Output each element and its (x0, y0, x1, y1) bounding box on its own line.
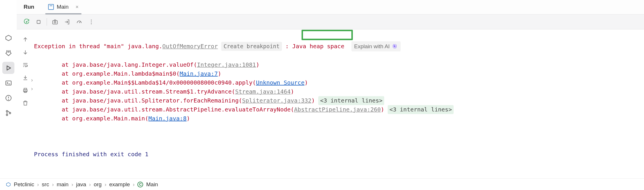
stack-frame-tail: ) (187, 115, 190, 122)
stack-frame-text: at java.base/java.util.stream.AbstractPi… (34, 106, 294, 113)
svg-rect-1 (53, 21, 58, 24)
stack-frame-tail: ) (311, 97, 318, 104)
stack-frame: at org.example.Main.lambda$main$0(Main.j… (34, 69, 638, 78)
stack-frame: at java.base/java.lang.Integer.valueOf(I… (34, 60, 638, 69)
stack-frame-tail: ) (256, 61, 260, 68)
services-tool-button[interactable] (2, 32, 14, 44)
tab-run[interactable]: Run (17, 0, 41, 14)
git-tool-button[interactable] (2, 107, 14, 119)
stack-frame: at java.base/java.util.stream.Stream$1.t… (34, 87, 638, 96)
blank-line (34, 132, 638, 141)
stack-frame-source-link[interactable]: Unknown Source (256, 79, 305, 86)
breadcrumb-item[interactable]: Main (146, 181, 158, 188)
breadcrumb: Petclinic › src › main › java › org › ex… (0, 178, 644, 190)
stack-frame-source-link[interactable]: Integer.java:1081 (197, 61, 256, 68)
close-icon[interactable]: × (75, 4, 79, 10)
stack-frame-source-link[interactable]: Spliterator.java:332 (242, 97, 311, 104)
svg-point-13 (9, 112, 11, 113)
print-button[interactable] (20, 85, 31, 95)
stack-frame-tail: ) (291, 88, 294, 95)
breadcrumb-item[interactable]: src (42, 181, 49, 188)
chevron-right-icon: › (133, 181, 135, 188)
stack-frame-tail: ) (218, 70, 221, 77)
stack-frame-text: at org.example.Main$$Lambda$14/0x0000000… (34, 79, 256, 86)
exception-class-link[interactable]: OutOfMemoryError (162, 43, 218, 50)
svg-rect-8 (6, 81, 11, 85)
stack-frame-text: at org.example.Main.main( (34, 115, 148, 122)
create-breakpoint-button[interactable]: Create breakpoint (221, 42, 282, 51)
breadcrumb-item[interactable]: example (109, 181, 130, 188)
snapshot-button[interactable] (49, 16, 61, 28)
run-tool-button[interactable] (2, 62, 14, 74)
clear-all-button[interactable] (20, 98, 31, 108)
svg-marker-7 (7, 66, 10, 70)
breadcrumb-item[interactable]: java (76, 181, 86, 188)
chevron-right-icon: › (105, 181, 106, 188)
stack-frame-tail: ) (381, 106, 388, 113)
soft-wrap-button[interactable] (20, 60, 31, 70)
down-stack-button[interactable] (20, 47, 31, 57)
chevron-right-icon: › (89, 181, 91, 188)
svg-marker-16 (6, 182, 10, 187)
run-toolbar (17, 14, 644, 29)
breadcrumb-item[interactable]: Petclinic (14, 181, 34, 188)
exception-header: Exception in thread "main" java.lang.Out… (34, 41, 638, 51)
tab-run-config-label: Main (57, 4, 69, 10)
internal-lines-pill[interactable]: <3 internal lines> (388, 105, 454, 114)
svg-rect-0 (37, 20, 40, 23)
explain-with-ai-label: Explain with AI (354, 42, 390, 51)
svg-point-2 (54, 21, 56, 23)
stack-frame-text: at org.example.Main.lambda$main$0( (34, 70, 180, 77)
tab-run-config[interactable]: Main × (41, 0, 86, 14)
stack-frame: at org.example.Main.main(Main.java:8) (34, 114, 638, 123)
stack-frame: at java.base/java.util.stream.AbstractPi… (34, 105, 638, 114)
run-config-icon (48, 4, 54, 10)
svg-point-12 (6, 114, 7, 116)
build-tool-button[interactable] (2, 47, 14, 59)
ai-spiral-icon: ֍ (392, 42, 398, 51)
process-exit-line: Process finished with exit code 1 (34, 150, 638, 159)
toolbar-separator (47, 18, 47, 26)
terminal-tool-button[interactable] (2, 77, 14, 89)
rerun-button[interactable] (21, 16, 32, 28)
stack-frame: at org.example.Main$$Lambda$14/0x0000000… (34, 78, 638, 87)
tab-run-label: Run (24, 4, 34, 10)
chevron-right-icon: › (52, 181, 54, 188)
stack-frame-source-link[interactable]: Main.java:7 (180, 70, 218, 77)
module-hexagon-icon (6, 182, 11, 187)
stack-frame-text: at java.base/java.util.stream.Stream$1.t… (34, 88, 235, 95)
breadcrumb-item[interactable]: org (94, 181, 101, 188)
stack-frame-source-link[interactable]: Stream.java:1464 (235, 88, 291, 95)
svg-point-3 (91, 20, 92, 21)
stop-button[interactable] (33, 16, 44, 28)
internal-lines-pill[interactable]: <3 internal lines> (318, 96, 384, 105)
stack-frame-tail: ) (304, 79, 308, 86)
svg-point-4 (91, 21, 92, 22)
stack-frame-text: at java.base/java.lang.Integer.valueOf( (34, 61, 197, 68)
class-circle-icon: C (137, 182, 143, 187)
problems-tool-button[interactable] (2, 92, 14, 104)
chevron-right-icon: › (37, 181, 39, 188)
exception-suffix: : Java heap space (282, 43, 344, 50)
chevron-right-icon: › (71, 181, 73, 188)
breadcrumb-item[interactable]: main (57, 181, 69, 188)
run-tool-tab-strip: Run Main × (17, 0, 644, 14)
stack-frame-text: at java.base/java.util.Spliterator.forEa… (34, 97, 242, 104)
svg-point-11 (6, 110, 7, 112)
scroll-to-end-button[interactable] (20, 73, 31, 83)
svg-point-10 (8, 99, 8, 100)
stack-frame-source-link[interactable]: AbstractPipeline.java:260 (294, 106, 381, 113)
console-output[interactable]: Exception in thread "main" java.lang.Out… (34, 29, 644, 178)
exit-button[interactable] (61, 16, 73, 28)
stack-frame: at java.base/java.util.Spliterator.forEa… (34, 96, 638, 105)
console-side-toolbar (17, 29, 34, 180)
profile-button[interactable] (73, 16, 85, 28)
svg-point-5 (91, 23, 92, 24)
explain-with-ai-button[interactable]: Explain with AI֍ (351, 41, 401, 51)
more-actions-button[interactable] (86, 16, 97, 28)
exception-prefix: Exception in thread "main" java.lang. (34, 43, 162, 50)
stack-frame-source-link[interactable]: Main.java:8 (148, 115, 186, 122)
tool-window-bar (0, 29, 17, 180)
svg-marker-6 (6, 35, 11, 41)
up-stack-button[interactable] (20, 35, 31, 44)
